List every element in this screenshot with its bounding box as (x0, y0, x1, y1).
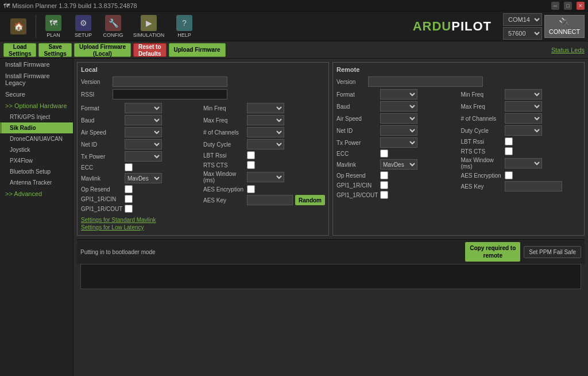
sidebar-item-bluetooth[interactable]: Bluetooth Setup (0, 166, 73, 177)
remote-maxwindow-select[interactable] (505, 158, 542, 168)
ppm-failsafe-button[interactable]: Set PPM Fail Safe (524, 246, 581, 258)
remote-mavlink-label: Mavlink (336, 162, 378, 168)
remote-gpi1rcout-checkbox[interactable] (380, 191, 388, 199)
remote-mavlink-select[interactable]: MavDes (380, 159, 417, 170)
remote-version-label: Version (336, 79, 368, 85)
local-opresend-checkbox[interactable] (125, 185, 133, 193)
local-gpi1rcout-checkbox[interactable] (125, 205, 133, 213)
local-aeskey-input[interactable] (247, 195, 293, 205)
plan-button[interactable]: 🗺 PLAN (38, 13, 68, 40)
local-gpi1rcout-label: GPI1_1R/COUT (81, 206, 122, 212)
help-icon: ? (176, 15, 192, 31)
remote-lbtrssi-checkbox[interactable] (505, 137, 513, 145)
remote-ecc-checkbox[interactable] (380, 149, 388, 158)
sidebar-item-advanced[interactable]: >> Advanced (0, 188, 73, 199)
local-panel-title: Local (81, 66, 325, 73)
local-maxwindow-row: Max Window (ms) (203, 171, 325, 183)
remote-rtscts-checkbox[interactable] (505, 147, 513, 155)
local-maxwindow-select[interactable] (247, 172, 284, 182)
config-button[interactable]: 🔧 CONFIG (98, 13, 128, 40)
sidebar-item-sik-radio[interactable]: Sik Radio (0, 122, 73, 133)
local-txpower-label: Tx Power (81, 154, 122, 160)
remote-aesencrypt-checkbox[interactable] (505, 171, 513, 179)
local-lbtrssi-checkbox[interactable] (247, 151, 255, 159)
local-gpi1rcin-checkbox[interactable] (125, 195, 133, 203)
load-settings-button[interactable]: Load Settings (3, 43, 36, 57)
com-port-select[interactable]: COM14 (503, 13, 542, 26)
local-channels-select[interactable] (247, 127, 284, 137)
simulation-button[interactable]: ▶ SIMULATION (128, 13, 169, 40)
remote-baud-label: Baud (336, 103, 378, 110)
settings-low-latency-link[interactable]: Settings for Low Latency (81, 224, 325, 231)
local-aesencrypt-checkbox[interactable] (247, 185, 255, 193)
remote-minfreq-select[interactable] (505, 89, 542, 99)
sidebar-item-dronecan[interactable]: DroneCAN/UAVCAN (0, 133, 73, 144)
local-txpower-select[interactable] (125, 151, 162, 162)
remote-dutycycle-select[interactable] (505, 125, 542, 136)
remote-maxfreq-select[interactable] (505, 101, 542, 112)
reset-defaults-button[interactable]: Reset to Defaults (133, 43, 166, 57)
setup-button[interactable]: ⚙ SETUP (68, 13, 98, 40)
remote-opresend-checkbox[interactable] (380, 171, 388, 179)
sidebar-item-antenna-tracker[interactable]: Antenna Tracker (0, 177, 73, 188)
local-fields: Format Baud Air Speed Net ID (81, 103, 325, 214)
close-button[interactable]: ✕ (577, 2, 585, 10)
local-mavlink-select[interactable]: MavDes (125, 173, 162, 183)
remote-netid-row: Net ID (336, 125, 457, 136)
local-lbtrssi-row: LBT Rssi (203, 151, 325, 159)
local-airspeed-select[interactable] (125, 127, 162, 137)
remote-gpi1rcin-checkbox[interactable] (380, 181, 388, 189)
remote-lbtrssi-label: LBT Rssi (461, 139, 502, 145)
local-opresend-label: Op Resend (81, 186, 122, 193)
sidebar-item-joystick[interactable]: Joystick (0, 144, 73, 155)
home-button[interactable]: 🏠 (3, 13, 33, 40)
local-dutycycle-select[interactable] (247, 139, 284, 149)
local-channels-row: # of Channels (203, 127, 325, 137)
upload-firmware-local-button[interactable]: Upload Firmware (Local) (74, 43, 131, 57)
sidebar-item-install-firmware-legacy[interactable]: Install Firmware Legacy (0, 70, 73, 89)
local-minfreq-select[interactable] (247, 103, 284, 113)
local-ecc-checkbox[interactable] (125, 163, 133, 171)
local-maxfreq-select[interactable] (247, 115, 284, 125)
local-rtscts-checkbox[interactable] (247, 161, 255, 169)
sidebar-item-px4flow[interactable]: PX4Flow (0, 155, 73, 166)
remote-version-row: Version (336, 76, 581, 87)
local-baud-select[interactable] (125, 115, 162, 125)
upload-firmware-button[interactable]: Upload Firmware (169, 43, 226, 57)
title-bar: 🗺 Mission Planner 1.3.79 build 1.3.8375.… (0, 0, 588, 11)
copy-to-remote-button[interactable]: Copy required to remote (465, 242, 520, 262)
local-aesencrypt-row: AES Encryption (203, 185, 325, 193)
local-gpi1-rcin-row: GPI1_1R/CIN (81, 195, 199, 203)
remote-maxwindow-label: Max Window (ms) (461, 157, 502, 170)
remote-txpower-select[interactable] (380, 137, 417, 148)
status-leds-link[interactable]: Status Leds (551, 47, 585, 53)
local-format-select[interactable] (125, 103, 162, 113)
remote-netid-select[interactable] (380, 125, 417, 136)
sidebar-item-secure[interactable]: Secure (0, 89, 73, 100)
app-icon: 🗺 (3, 2, 10, 9)
minimize-button[interactable]: ─ (551, 2, 559, 10)
remote-airspeed-select[interactable] (380, 113, 417, 124)
remote-format-label: Format (336, 91, 378, 98)
remote-channels-select[interactable] (505, 113, 542, 124)
remote-panel-title: Remote (336, 66, 581, 73)
save-settings-button[interactable]: Save Settings (38, 43, 71, 57)
local-minfreq-row: Min Freq (203, 103, 325, 113)
sidebar-item-install-firmware[interactable]: Install Firmware (0, 59, 73, 70)
help-button[interactable]: ? HELP (169, 13, 199, 40)
local-opresend-row: Op Resend (81, 185, 199, 193)
sidebar-item-optional-hardware[interactable]: >> Optional Hardware (0, 100, 73, 112)
local-col-right: Min Freq Max Freq # of Channels Dut (203, 103, 325, 214)
baud-rate-select[interactable]: 57600 (503, 27, 542, 40)
remote-format-select[interactable] (380, 89, 417, 99)
local-minfreq-label: Min Freq (203, 105, 245, 112)
remote-aeskey-input[interactable] (505, 181, 562, 191)
sidebar-item-rtk-gps[interactable]: RTK/GPS Inject (0, 112, 73, 122)
connect-button[interactable]: 🔌 CONNECT (544, 15, 585, 38)
local-random-button[interactable]: Random (295, 195, 325, 205)
remote-aeskey-label: AES Key (461, 183, 502, 190)
restore-button[interactable]: □ (564, 2, 572, 10)
remote-baud-select[interactable] (380, 101, 417, 112)
settings-mavlink-link[interactable]: Settings for Standard Mavlink (81, 217, 325, 223)
local-netid-select[interactable] (125, 139, 162, 149)
